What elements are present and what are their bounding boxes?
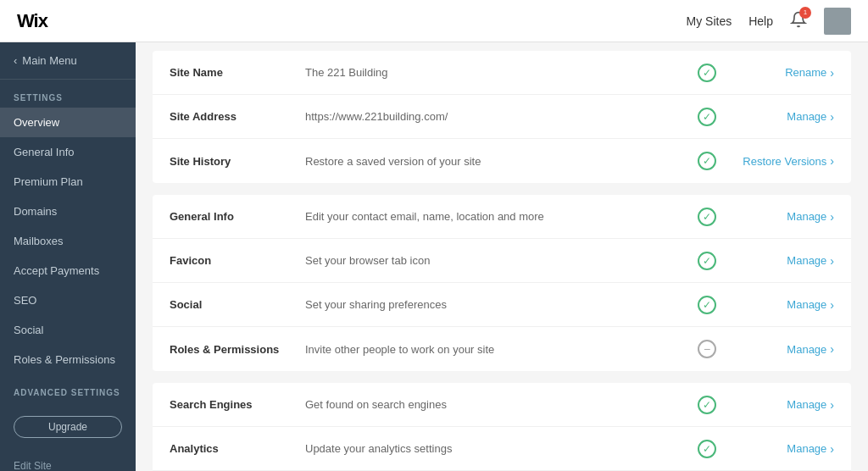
- row-action: Manage ›: [724, 442, 834, 456]
- sidebar-item-social[interactable]: Social: [0, 315, 136, 345]
- table-row: Analytics Update your analytics settings…: [153, 427, 851, 471]
- edit-site-label: Edit Site: [14, 460, 52, 471]
- minus-circle-icon: −: [698, 340, 716, 358]
- row-status-icon: ✓: [690, 396, 724, 414]
- row-name: Social: [170, 298, 305, 311]
- row-action: Manage ›: [724, 254, 834, 268]
- help-link[interactable]: Help: [748, 14, 773, 28]
- wix-logo: Wix: [17, 10, 47, 32]
- sidebar-item-premium-plan[interactable]: Premium Plan: [0, 167, 136, 197]
- sidebar-item-label: Accept Payments: [14, 264, 99, 277]
- row-name: General Info: [170, 210, 305, 223]
- row-action: Rename ›: [724, 66, 834, 80]
- check-circle-icon: ✓: [698, 396, 716, 414]
- row-chevron-icon[interactable]: ›: [830, 66, 834, 80]
- manage-link[interactable]: Manage: [787, 110, 826, 123]
- row-status-icon: ✓: [690, 152, 724, 170]
- sidebar-item-edit-site[interactable]: Edit Site: [0, 452, 136, 471]
- notification-bell[interactable]: 1: [790, 11, 807, 31]
- sidebar-item-general-info[interactable]: General Info: [0, 137, 136, 167]
- row-desc: Update your analytics settings: [305, 442, 690, 455]
- row-status-icon: −: [690, 340, 724, 358]
- rename-link[interactable]: Rename: [785, 66, 826, 79]
- sidebar-item-mailboxes[interactable]: Mailboxes: [0, 226, 136, 256]
- check-circle-icon: ✓: [698, 440, 716, 458]
- row-desc: Get found on search engines: [305, 398, 690, 411]
- manage-link[interactable]: Manage: [787, 298, 826, 311]
- top-nav: Wix My Sites Help 1: [0, 0, 868, 42]
- upgrade-button[interactable]: Upgrade: [14, 416, 122, 438]
- notification-badge: 1: [799, 7, 811, 19]
- settings-section-label: SETTINGS: [0, 80, 136, 108]
- sidebar-item-overview[interactable]: Overview: [0, 108, 136, 137]
- row-chevron-icon[interactable]: ›: [830, 210, 834, 224]
- row-status-icon: ✓: [690, 108, 724, 126]
- settings-card-info: General Info Edit your contact email, na…: [153, 195, 851, 371]
- row-action: Manage ›: [724, 398, 834, 412]
- manage-link[interactable]: Manage: [787, 398, 826, 411]
- row-desc: https://www.221building.com/: [305, 110, 690, 123]
- table-row: Site Address https://www.221building.com…: [153, 95, 851, 139]
- table-row: Favicon Set your browser tab icon ✓ Mana…: [153, 239, 851, 283]
- check-circle-icon: ✓: [698, 252, 716, 270]
- sidebar-item-label: Domains: [14, 205, 57, 218]
- row-desc: Invite other people to work on your site: [305, 343, 690, 356]
- row-desc: Set your browser tab icon: [305, 254, 690, 267]
- user-avatar[interactable]: [824, 8, 851, 35]
- row-action: Manage ›: [724, 210, 834, 224]
- check-circle-icon: ✓: [698, 152, 716, 170]
- settings-card-site: Site Name The 221 Building ✓ Rename › Si…: [153, 51, 851, 183]
- row-status-icon: ✓: [690, 296, 724, 314]
- sidebar-item-seo[interactable]: SEO: [0, 285, 136, 315]
- row-status-icon: ✓: [690, 64, 724, 82]
- row-desc: Edit your contact email, name, location …: [305, 210, 690, 223]
- row-status-icon: ✓: [690, 208, 724, 226]
- advanced-section-label: ADVANCED SETTINGS: [0, 374, 136, 402]
- manage-link[interactable]: Manage: [787, 254, 826, 267]
- manage-link[interactable]: Manage: [787, 210, 826, 223]
- row-action: Manage ›: [724, 298, 834, 312]
- table-row: Site Name The 221 Building ✓ Rename ›: [153, 51, 851, 95]
- row-chevron-icon[interactable]: ›: [830, 342, 834, 356]
- row-action: Manage ›: [724, 110, 834, 124]
- restore-versions-link[interactable]: Restore Versions: [743, 155, 826, 168]
- manage-link[interactable]: Manage: [787, 343, 826, 356]
- row-chevron-icon[interactable]: ›: [830, 154, 834, 168]
- main-layout: ‹ Main Menu SETTINGS Overview General In…: [0, 42, 868, 471]
- my-sites-link[interactable]: My Sites: [687, 14, 732, 28]
- row-name: Site History: [170, 155, 305, 168]
- sidebar-item-roles-permissions[interactable]: Roles & Permissions: [0, 345, 136, 374]
- table-row: Search Engines Get found on search engin…: [153, 383, 851, 427]
- back-label: Main Menu: [22, 54, 76, 67]
- row-chevron-icon[interactable]: ›: [830, 298, 834, 312]
- row-name: Site Name: [170, 66, 305, 79]
- row-desc: Set your sharing preferences: [305, 298, 690, 311]
- check-circle-icon: ✓: [698, 108, 716, 126]
- manage-link[interactable]: Manage: [787, 442, 826, 455]
- row-name: Favicon: [170, 254, 305, 267]
- main-content: Site Name The 221 Building ✓ Rename › Si…: [136, 42, 868, 471]
- table-row: Roles & Permissions Invite other people …: [153, 327, 851, 371]
- table-row: Site History Restore a saved version of …: [153, 139, 851, 183]
- row-desc: The 221 Building: [305, 66, 690, 79]
- sidebar-item-accept-payments[interactable]: Accept Payments: [0, 256, 136, 285]
- row-action: Manage ›: [724, 342, 834, 356]
- check-circle-icon: ✓: [698, 64, 716, 82]
- table-row: Social Set your sharing preferences ✓ Ma…: [153, 283, 851, 327]
- sidebar-item-domains[interactable]: Domains: [0, 197, 136, 226]
- sidebar-item-label: Premium Plan: [14, 175, 83, 188]
- row-action: Restore Versions ›: [724, 154, 834, 168]
- row-chevron-icon[interactable]: ›: [830, 254, 834, 268]
- row-status-icon: ✓: [690, 440, 724, 458]
- row-name: Site Address: [170, 110, 305, 123]
- sidebar-back-button[interactable]: ‹ Main Menu: [0, 42, 136, 80]
- row-desc: Restore a saved version of your site: [305, 155, 690, 168]
- row-chevron-icon[interactable]: ›: [830, 442, 834, 456]
- row-chevron-icon[interactable]: ›: [830, 398, 834, 412]
- row-chevron-icon[interactable]: ›: [830, 110, 834, 124]
- sidebar-item-label: SEO: [14, 294, 36, 307]
- sidebar: ‹ Main Menu SETTINGS Overview General In…: [0, 42, 136, 471]
- settings-card-advanced: Search Engines Get found on search engin…: [153, 383, 851, 471]
- row-name: Roles & Permissions: [170, 343, 305, 356]
- sidebar-item-label: General Info: [14, 146, 75, 158]
